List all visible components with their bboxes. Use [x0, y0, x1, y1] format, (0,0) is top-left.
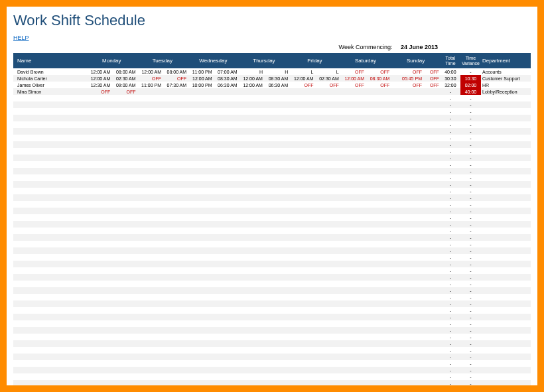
- cell-variance: -: [460, 115, 481, 121]
- table-row: James Oliver12:30 AM09:00 AM11:00 PM07:3…: [13, 82, 531, 88]
- cell-variance: 40:00: [460, 88, 481, 95]
- table-row: --: [13, 174, 531, 181]
- cell-name: Nichola Carter: [13, 75, 86, 82]
- table-row: --: [13, 354, 531, 360]
- cell-total: -: [441, 247, 460, 254]
- cell-total: -: [441, 373, 460, 380]
- cell-total: -: [441, 334, 460, 340]
- table-row: --: [13, 274, 531, 281]
- help-link[interactable]: HELP: [13, 34, 29, 41]
- cell-variance: -: [460, 135, 481, 141]
- cell-total: -: [441, 141, 460, 148]
- cell-shift: OFF: [391, 68, 423, 75]
- cell-total: -: [441, 128, 460, 135]
- cell-total: -: [441, 201, 460, 208]
- cell-total: -: [441, 101, 460, 108]
- week-date: 24 June 2013: [401, 44, 438, 50]
- cell-total: -: [441, 161, 460, 168]
- cell-total: -: [441, 95, 460, 101]
- cell-shift: H: [264, 68, 289, 75]
- cell-total: -: [441, 228, 460, 234]
- cell-shift: 08:00 AM: [111, 68, 137, 75]
- table-row: --: [13, 347, 531, 354]
- cell-variance: -: [460, 128, 481, 135]
- cell-shift: OFF: [340, 82, 366, 88]
- cell-total: -: [441, 294, 460, 300]
- cell-variance: -: [460, 347, 481, 354]
- cell-variance: -: [460, 320, 481, 327]
- cell-shift: 02:30 AM: [314, 75, 340, 82]
- cell-variance: -: [460, 300, 481, 307]
- cell-variance: -: [460, 214, 481, 221]
- table-row: --: [13, 141, 531, 148]
- cell-variance: -: [460, 155, 481, 161]
- table-row: --: [13, 194, 531, 201]
- table-row: --: [13, 168, 531, 174]
- cell-variance: -: [460, 314, 481, 320]
- cell-shift: L: [314, 68, 340, 75]
- cell-total: -: [441, 174, 460, 181]
- cell-total: -: [441, 274, 460, 281]
- cell-variance: -: [460, 95, 481, 101]
- cell-total: -: [441, 360, 460, 367]
- col-day: Friday: [289, 53, 340, 68]
- cell-shift: 08:00 AM: [163, 68, 188, 75]
- cell-variance: -: [460, 181, 481, 188]
- table-row: --: [13, 300, 531, 307]
- cell-shift: 10:00 PM: [188, 82, 214, 88]
- cell-total: -: [441, 135, 460, 141]
- cell-variance: -: [460, 287, 481, 294]
- col-day: Wednesday: [188, 53, 239, 68]
- cell-variance: -: [460, 334, 481, 340]
- col-day: Tuesday: [137, 53, 188, 68]
- cell-variance: -: [460, 373, 481, 380]
- cell-shift: 09:00 AM: [111, 82, 137, 88]
- cell-shift: [423, 88, 441, 95]
- cell-dept: Customer Support: [481, 75, 531, 82]
- cell-total: -: [441, 181, 460, 188]
- col-day: Monday: [86, 53, 137, 68]
- table-row: --: [13, 320, 531, 327]
- cell-shift: [214, 88, 239, 95]
- cell-total: -: [441, 241, 460, 247]
- cell-shift: 07:30 AM: [163, 82, 188, 88]
- cell-total: -: [441, 168, 460, 174]
- cell-total: 40:00: [441, 68, 460, 75]
- cell-total: -: [441, 188, 460, 194]
- cell-total: -: [441, 287, 460, 294]
- week-label: Week Commencing:: [339, 44, 393, 50]
- cell-total: -: [441, 340, 460, 347]
- cell-variance: -: [460, 360, 481, 367]
- cell-shift: 12:00 AM: [239, 82, 264, 88]
- cell-variance: -: [460, 267, 481, 274]
- col-day: Thursday: [239, 53, 290, 68]
- col-name: Name: [13, 53, 86, 68]
- cell-total: -: [441, 115, 460, 121]
- table-row: --: [13, 380, 531, 385]
- table-row: --: [13, 181, 531, 188]
- cell-shift: 12:00 AM: [86, 75, 111, 82]
- cell-variance: -: [460, 261, 481, 267]
- table-row: --: [13, 261, 531, 267]
- table-row: --: [13, 327, 531, 334]
- col-day: Saturday: [340, 53, 391, 68]
- cell-shift: OFF: [289, 82, 314, 88]
- cell-total: -: [441, 314, 460, 320]
- cell-name: David Brown: [13, 68, 86, 75]
- cell-shift: 12:00 AM: [289, 75, 314, 82]
- cell-shift: L: [289, 68, 314, 75]
- table-row: --: [13, 201, 531, 208]
- table-row: --: [13, 188, 531, 194]
- table-row: --: [13, 373, 531, 380]
- cell-total: 30:30: [441, 75, 460, 82]
- table-row: --: [13, 161, 531, 168]
- cell-shift: [137, 88, 163, 95]
- cell-shift: 06:30 AM: [264, 82, 289, 88]
- cell-variance: -: [460, 221, 481, 228]
- cell-variance: -: [460, 161, 481, 168]
- cell-variance: -: [460, 274, 481, 281]
- table-row: Nina SimonOFFOFF-40:00Lobby/Reception: [13, 88, 531, 95]
- col-dept: Department: [481, 53, 531, 68]
- cell-variance: -: [460, 281, 481, 287]
- cell-total: -: [441, 194, 460, 201]
